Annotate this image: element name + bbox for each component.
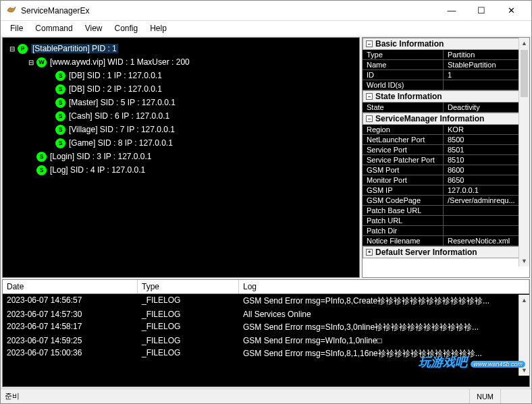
menu-view[interactable]: View xyxy=(80,22,108,34)
log-message: GSM Send Error msg=SInfo,8,1,16ne袗袗袗袗袗袗袗… xyxy=(239,347,529,360)
info-value xyxy=(444,226,529,235)
expand-icon[interactable]: + xyxy=(366,249,373,256)
servicemanager-info-section: –ServiceManager Information RegionKORNet… xyxy=(363,113,529,246)
tree-node[interactable]: ⊟P[StablePartition] PID : 1 xyxy=(5,42,356,55)
node-label: [Cash] SID : 6 IP : 127.0.0.1 xyxy=(69,111,169,121)
default-server-info-section: +Default Server Information xyxy=(363,246,529,258)
node-label: [Game] SID : 8 IP : 127.0.0.1 xyxy=(69,138,173,148)
node-badge-icon: S xyxy=(55,84,65,94)
section-header[interactable]: +Default Server Information xyxy=(363,246,529,258)
log-row[interactable]: 2023-06-07 14:58:17_FILELOGGSM Send Erro… xyxy=(3,320,529,335)
info-key: Patch Base URL xyxy=(363,206,444,215)
info-value: StablePartition xyxy=(444,60,529,69)
tree-node[interactable]: S[Master] SID : 5 IP : 127.0.0.1 xyxy=(5,96,356,109)
info-key: State xyxy=(363,103,444,112)
expand-icon[interactable]: ⊟ xyxy=(27,59,35,66)
log-date: 2023-06-07 14:56:57 xyxy=(3,295,138,308)
tree-node[interactable]: S[Game] SID : 8 IP : 127.0.0.1 xyxy=(5,136,356,150)
log-type: _FILELOG xyxy=(138,309,239,320)
log-panel: Date Type Log 2023-06-07 14:56:57_FILELO… xyxy=(2,279,530,387)
tree-node[interactable]: ⊟W[www.aywd.vip] WID : 1 MaxUser : 200 xyxy=(5,55,356,69)
info-row: Notice FilenameReserveNotice.xml xyxy=(363,236,529,246)
log-row[interactable]: 2023-06-07 14:59:25_FILELOGGSM Send Erro… xyxy=(3,335,529,347)
info-key: NetLauncher Port xyxy=(363,135,444,144)
tree-node[interactable]: S[Log] SID : 4 IP : 127.0.0.1 xyxy=(5,163,356,177)
menu-help[interactable]: Help xyxy=(144,22,172,34)
log-type: _FILELOG xyxy=(138,295,239,308)
log-col-log[interactable]: Log xyxy=(239,280,529,293)
node-badge-icon: P xyxy=(18,44,28,54)
menu-config[interactable]: Config xyxy=(109,22,144,34)
info-value: KOR xyxy=(444,125,529,134)
info-scrollbar[interactable]: ▲ ▼ xyxy=(518,38,529,266)
info-key: Service Patcher Port xyxy=(363,155,444,165)
tree-node[interactable]: S[Village] SID : 7 IP : 127.0.0.1 xyxy=(5,123,356,136)
log-message: All Services Online xyxy=(239,309,529,320)
node-label: [StablePartition] PID : 1 xyxy=(31,44,118,53)
minimize-button[interactable]: — xyxy=(437,1,467,20)
info-key: Type xyxy=(363,50,444,59)
title-bar: ServiceManagerEx — ☐ ✕ xyxy=(1,1,531,21)
info-row: RegionKOR xyxy=(363,125,529,135)
log-row[interactable]: 2023-06-07 14:57:30_FILELOGAll Services … xyxy=(3,308,529,320)
basic-info-section: –Basic Information TypePartitionNameStab… xyxy=(363,38,529,90)
info-key: Service Port xyxy=(363,145,444,154)
section-header[interactable]: –Basic Information xyxy=(363,38,529,50)
scroll-down-icon[interactable]: ▼ xyxy=(519,256,529,266)
tree-node[interactable]: S[DB] SID : 1 IP : 127.0.0.1 xyxy=(5,69,356,82)
log-message: GSM Send Error msg=WInfo,1,0nline□ xyxy=(239,335,529,346)
info-key: Notice Filename xyxy=(363,236,444,246)
maximize-button[interactable]: ☐ xyxy=(467,1,496,20)
log-date: 2023-06-07 14:59:25 xyxy=(3,335,138,346)
info-value: /Server/adminrequ... xyxy=(444,196,529,205)
collapse-icon[interactable]: – xyxy=(366,115,373,122)
info-key: Monitor Port xyxy=(363,175,444,185)
section-header[interactable]: –State Information xyxy=(363,90,529,103)
expand-icon[interactable]: ⊟ xyxy=(8,45,16,53)
service-tree[interactable]: ⊟P[StablePartition] PID : 1⊟W[www.aywd.v… xyxy=(2,37,360,278)
scroll-thumb[interactable] xyxy=(521,50,528,97)
log-scrollbar[interactable]: ▲ ▼ xyxy=(518,295,529,376)
log-message: GSM Send Error msg=PInfo,8,Create袗袗袗袗袗袗袗… xyxy=(239,295,529,308)
close-button[interactable]: ✕ xyxy=(496,1,526,20)
info-value xyxy=(444,80,529,90)
info-row: Patch Base URL xyxy=(363,206,529,216)
info-key: Region xyxy=(363,125,444,134)
status-bar: 준비 NUM xyxy=(1,388,531,403)
tree-node[interactable]: S[DB] SID : 2 IP : 127.0.0.1 xyxy=(5,82,356,96)
app-icon xyxy=(6,5,17,16)
scroll-up-icon[interactable]: ▲ xyxy=(519,38,529,49)
info-row: Service Patcher Port8510 xyxy=(363,155,529,165)
log-type: _FILELOG xyxy=(138,347,239,360)
node-label: [Login] SID : 3 IP : 127.0.0.1 xyxy=(50,152,152,161)
scroll-down-icon[interactable]: ▼ xyxy=(519,365,529,376)
menu-command[interactable]: Command xyxy=(30,22,78,34)
log-date: 2023-06-07 14:58:17 xyxy=(3,321,138,334)
node-badge-icon: S xyxy=(55,71,65,81)
node-badge-icon: S xyxy=(55,125,65,135)
tree-node[interactable]: S[Login] SID : 3 IP : 127.0.0.1 xyxy=(5,150,356,163)
node-badge-icon: S xyxy=(55,98,65,108)
tree-node[interactable]: S[Cash] SID : 6 IP : 127.0.0.1 xyxy=(5,109,356,123)
node-label: [Log] SID : 4 IP : 127.0.0.1 xyxy=(50,165,145,175)
info-key: Patch Dir xyxy=(363,226,444,235)
info-key: ID xyxy=(363,70,444,80)
collapse-icon[interactable]: – xyxy=(366,40,373,47)
scroll-up-icon[interactable]: ▲ xyxy=(519,295,529,306)
log-col-type[interactable]: Type xyxy=(138,280,239,293)
info-row: GSM IP127.0.0.1 xyxy=(363,185,529,196)
menu-file[interactable]: File xyxy=(5,22,28,34)
status-num: NUM xyxy=(469,389,500,403)
info-row: TypePartition xyxy=(363,50,529,60)
log-col-date[interactable]: Date xyxy=(3,280,138,293)
log-row[interactable]: 2023-06-07 14:56:57_FILELOGGSM Send Erro… xyxy=(3,294,529,308)
info-key: GSM Port xyxy=(363,165,444,175)
info-row: Service Port8501 xyxy=(363,145,529,155)
info-row: Patch Dir xyxy=(363,226,529,236)
log-row[interactable]: 2023-06-07 15:00:36_FILELOGGSM Send Erro… xyxy=(3,347,529,361)
status-empty xyxy=(500,389,527,403)
info-value: ReserveNotice.xml xyxy=(444,236,529,246)
section-header[interactable]: –ServiceManager Information xyxy=(363,113,529,125)
collapse-icon[interactable]: – xyxy=(366,93,373,100)
log-date: 2023-06-07 15:00:36 xyxy=(3,347,138,360)
